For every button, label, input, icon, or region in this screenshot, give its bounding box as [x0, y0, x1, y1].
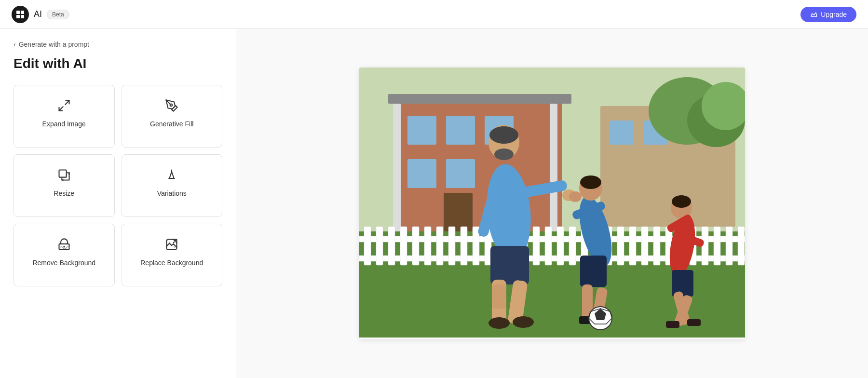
action-card-remove-background[interactable]: Remove Background — [14, 224, 115, 286]
svg-rect-80 — [580, 256, 607, 287]
svg-rect-35 — [400, 227, 407, 265]
action-card-generative-fill[interactable]: Generative Fill — [122, 85, 223, 148]
header-ai-label: AI — [34, 9, 42, 19]
back-link[interactable]: ‹ Generate with a prompt — [14, 40, 222, 48]
header: AI Beta Upgrade — [0, 0, 868, 29]
svg-point-99 — [569, 191, 582, 202]
svg-point-73 — [488, 317, 510, 329]
sidebar-title: Edit with AI — [14, 56, 222, 71]
sidebar: ‹ Generate with a prompt Edit with AI Ex… — [0, 29, 236, 378]
svg-rect-62 — [726, 227, 732, 265]
back-label: Generate with a prompt — [19, 40, 89, 48]
svg-rect-54 — [629, 227, 636, 265]
svg-rect-32 — [364, 227, 371, 265]
main-content: ‹ Generate with a prompt Edit with AI Ex… — [0, 29, 868, 378]
svg-rect-53 — [617, 227, 624, 265]
action-card-expand-image[interactable]: Expand Image — [14, 85, 115, 148]
svg-rect-20 — [388, 94, 571, 104]
svg-rect-2 — [16, 15, 20, 18]
variations-label: Variations — [157, 189, 187, 197]
remove-background-icon — [57, 238, 71, 253]
svg-point-67 — [494, 148, 514, 160]
svg-rect-19 — [444, 193, 473, 231]
svg-rect-21 — [393, 104, 401, 231]
svg-rect-61 — [714, 227, 720, 265]
svg-rect-36 — [412, 227, 419, 265]
beta-badge: Beta — [47, 10, 69, 19]
svg-rect-22 — [550, 104, 557, 231]
svg-point-6 — [170, 104, 173, 107]
action-card-replace-background[interactable]: Replace Background — [122, 224, 223, 286]
svg-rect-49 — [569, 227, 576, 265]
svg-rect-60 — [702, 227, 708, 265]
remove-background-label: Remove Background — [32, 259, 95, 267]
svg-rect-56 — [653, 227, 660, 265]
action-card-resize[interactable]: Resize — [14, 154, 115, 217]
action-card-variations[interactable]: Variations — [122, 154, 223, 217]
svg-rect-38 — [436, 227, 443, 265]
variations-icon — [165, 168, 178, 184]
svg-rect-40 — [461, 227, 467, 265]
back-chevron-icon: ‹ — [14, 40, 16, 48]
generative-fill-icon — [165, 99, 178, 114]
svg-rect-70 — [490, 246, 529, 284]
svg-rect-33 — [376, 227, 383, 265]
svg-rect-18 — [446, 159, 475, 188]
svg-rect-17 — [407, 159, 436, 188]
svg-rect-39 — [448, 227, 455, 265]
svg-rect-3 — [21, 15, 24, 18]
svg-rect-14 — [407, 116, 436, 145]
svg-rect-15 — [446, 116, 475, 145]
actions-grid: Expand Image Generative Fill — [14, 85, 222, 286]
svg-rect-1 — [21, 11, 24, 14]
svg-rect-55 — [641, 227, 648, 265]
replace-background-icon — [165, 238, 178, 253]
resize-icon — [57, 168, 71, 184]
svg-rect-7 — [59, 170, 66, 177]
svg-point-9 — [63, 246, 65, 248]
resize-label: Resize — [54, 189, 74, 197]
svg-rect-47 — [545, 227, 552, 265]
svg-rect-96 — [666, 321, 679, 328]
expand-image-icon — [57, 99, 71, 114]
svg-rect-63 — [738, 227, 745, 265]
crown-icon — [810, 11, 818, 18]
svg-point-90 — [672, 195, 691, 208]
preview-image — [359, 68, 745, 339]
svg-rect-0 — [16, 11, 20, 14]
svg-rect-48 — [557, 227, 564, 265]
svg-line-5 — [59, 107, 63, 110]
svg-rect-93 — [672, 270, 693, 297]
svg-rect-97 — [687, 319, 701, 326]
svg-rect-46 — [533, 227, 540, 265]
replace-background-label: Replace Background — [140, 259, 203, 267]
svg-rect-24 — [610, 121, 634, 145]
svg-rect-34 — [388, 227, 395, 265]
svg-point-78 — [580, 176, 601, 189]
svg-line-4 — [65, 101, 69, 105]
header-left: AI Beta — [12, 6, 69, 23]
svg-rect-75 — [492, 284, 506, 309]
svg-point-66 — [489, 126, 518, 144]
expand-image-label: Expand Image — [42, 120, 86, 128]
upgrade-button[interactable]: Upgrade — [800, 7, 856, 22]
preview-area — [236, 29, 868, 378]
logo-icon — [12, 6, 29, 23]
svg-point-74 — [513, 316, 534, 328]
svg-rect-37 — [424, 227, 431, 265]
generative-fill-label: Generative Fill — [150, 120, 193, 128]
